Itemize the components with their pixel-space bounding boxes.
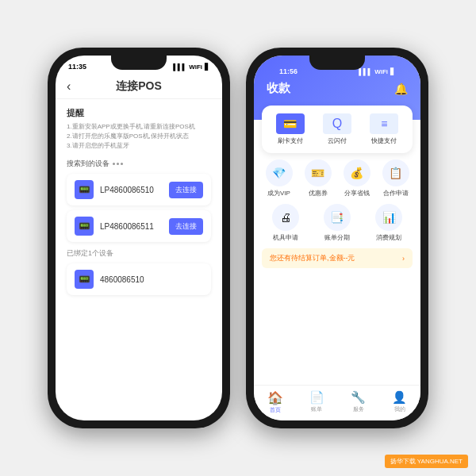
dot-2 (117, 163, 119, 165)
device-name-2: LP4860086511 (100, 222, 169, 231)
grid-coop[interactable]: 📋 合作申请 (378, 159, 413, 198)
fixed-label: 已绑定1个设备 (67, 248, 211, 259)
home-icon: 🏠 (267, 390, 283, 405)
signal-icon-left: ▌▌▌ (173, 63, 186, 71)
profile-label: 我的 (394, 405, 405, 413)
pay-card-quick[interactable]: ≡ 快捷支付 (370, 113, 398, 145)
grid-share[interactable]: 💰 分享省钱 (340, 159, 374, 198)
status-icons-left: ▌▌▌ WiFi ▋ (173, 63, 209, 71)
connect-btn-2[interactable]: 去连接 (169, 218, 203, 235)
coop-icon: 📋 (382, 159, 409, 186)
right-header-top: 收款 🔔 (267, 79, 408, 96)
right-screen: 11:56 ▌▌▌ WiFi ▋ 收款 🔔 💳 刷卡支付 Q 云闪付 (254, 56, 420, 420)
hints-text: 1.重新安装APP或更换手机,请重新连接POS机 2.请打开您的乐魔享版POS机… (67, 122, 211, 151)
grid-split[interactable]: 📑 账单分期 (313, 204, 360, 242)
coupon-icon: 🎫 (305, 159, 332, 186)
coupon-label: 优惠券 (309, 189, 328, 198)
wifi-icon-right: WiFi (374, 68, 388, 75)
nav-bill[interactable]: 📄 账单 (309, 390, 324, 414)
notice-bar[interactable]: 您还有待结算订单,金额--元 › (262, 248, 413, 268)
machine-icon: 🖨 (272, 204, 299, 231)
coop-label: 合作申请 (383, 189, 409, 198)
battery-icon-right: ▋ (390, 68, 395, 75)
share-label: 分享省钱 (344, 189, 370, 198)
split-icon: 📑 (324, 204, 351, 231)
right-phone: 11:56 ▌▌▌ WiFi ▋ 收款 🔔 💳 刷卡支付 Q 云闪付 (246, 48, 428, 428)
vip-label: 成为VIP (267, 189, 290, 198)
grid-plan[interactable]: 📊 消费规划 (366, 204, 413, 242)
quick-pay-label: 快捷支付 (371, 136, 397, 145)
quick-pay-icon: ≡ (370, 113, 398, 134)
fixed-device-name: 4860086510 (100, 275, 203, 284)
machine-label: 机具申请 (273, 233, 298, 242)
split-label: 账单分期 (324, 233, 350, 242)
left-header: ‹ 连接POS (56, 75, 222, 99)
home-label: 首页 (270, 406, 281, 414)
nav-profile[interactable]: 👤 我的 (392, 390, 407, 414)
signal-icon-right: ▌▌▌ (359, 68, 372, 75)
status-icons-right: ▌▌▌ WiFi ▋ (359, 68, 395, 75)
cloud-pay-icon: Q (323, 113, 351, 134)
service-label: 服务 (353, 405, 364, 413)
bill-label: 账单 (311, 405, 322, 413)
fixed-section: 已绑定1个设备 📟 4860086510 (67, 248, 211, 295)
watermark: 扬华下载 YANGHUA.NET (385, 455, 468, 468)
service-icon: 🔧 (351, 390, 366, 405)
grid-machine[interactable]: 🖨 机具申请 (262, 204, 309, 242)
dot-1 (113, 163, 115, 165)
device-icon-1: 📟 (75, 180, 94, 199)
device-item-2: 📟 LP4860086511 去连接 (67, 210, 211, 242)
share-icon: 💰 (344, 159, 370, 186)
notice-arrow: › (402, 255, 405, 263)
fixed-device-item: 📟 4860086510 (67, 263, 211, 295)
battery-icon-left: ▋ (205, 63, 209, 71)
scan-dots (113, 163, 123, 165)
notice-text: 您还有待结算订单,金额--元 (270, 253, 355, 263)
time-right: 11:56 (279, 67, 298, 75)
notch-right (309, 56, 365, 70)
device-item-1: 📟 LP4860086510 去连接 (67, 174, 211, 205)
right-content: 💎 成为VIP 🎫 优惠券 💰 分享省钱 📋 合作申请 (254, 153, 420, 385)
grid-coupon[interactable]: 🎫 优惠券 (301, 159, 335, 198)
right-header-title: 收款 (267, 81, 290, 96)
grid-row-1: 💎 成为VIP 🎫 优惠券 💰 分享省钱 📋 合作申请 (262, 159, 413, 198)
vip-icon: 💎 (266, 159, 293, 186)
dot-3 (121, 163, 123, 165)
left-screen: 11:35 ▌▌▌ WiFi ▋ ‹ 连接POS 提醒 1.重新安装APP或更换… (56, 56, 222, 420)
hint-line-3: 3.请开启您的手机蓝牙 (67, 141, 211, 151)
hint-line-2: 2.请打开您的乐魔享版POS机,保持开机状态 (67, 132, 211, 141)
pay-card-card[interactable]: 💳 刷卡支付 (276, 113, 305, 145)
nav-home[interactable]: 🏠 首页 (267, 390, 283, 414)
device-icon-2: 📟 (75, 217, 94, 236)
pay-card-cloud[interactable]: Q 云闪付 (323, 113, 351, 145)
back-button[interactable]: ‹ (67, 79, 71, 94)
card-pay-label: 刷卡支付 (278, 136, 303, 145)
bottom-nav: 🏠 首页 📄 账单 🔧 服务 👤 我的 (254, 385, 420, 420)
left-phone: 11:35 ▌▌▌ WiFi ▋ ‹ 连接POS 提醒 1.重新安装APP或更换… (48, 48, 230, 428)
page-title-left: 连接POS (116, 79, 162, 94)
bell-icon[interactable]: 🔔 (394, 83, 408, 95)
card-pay-icon: 💳 (276, 113, 305, 134)
bill-icon: 📄 (309, 390, 324, 405)
time-left: 11:35 (68, 63, 86, 71)
profile-icon: 👤 (392, 390, 407, 405)
grid-vip[interactable]: 💎 成为VIP (262, 159, 296, 198)
plan-label: 消费规划 (376, 233, 401, 242)
left-content: 提醒 1.重新安装APP或更换手机,请重新连接POS机 2.请打开您的乐魔享版P… (56, 99, 222, 420)
hint-line-1: 1.重新安装APP或更换手机,请重新连接POS机 (67, 122, 211, 132)
hints-title: 提醒 (67, 107, 211, 119)
fixed-device-icon: 📟 (75, 270, 94, 289)
grid-row-2: 🖨 机具申请 📑 账单分期 📊 消费规划 (262, 204, 413, 242)
cloud-pay-label: 云闪付 (328, 136, 347, 145)
wifi-icon-left: WiFi (189, 63, 202, 71)
device-name-1: LP4860086510 (100, 186, 169, 194)
plan-icon: 📊 (375, 204, 402, 231)
connect-btn-1[interactable]: 去连接 (169, 182, 203, 198)
payment-cards: 💳 刷卡支付 Q 云闪付 ≡ 快捷支付 (262, 106, 413, 153)
notch-left (111, 56, 167, 70)
nav-service[interactable]: 🔧 服务 (351, 390, 366, 414)
scan-label: 搜索到的设备 (67, 159, 211, 169)
